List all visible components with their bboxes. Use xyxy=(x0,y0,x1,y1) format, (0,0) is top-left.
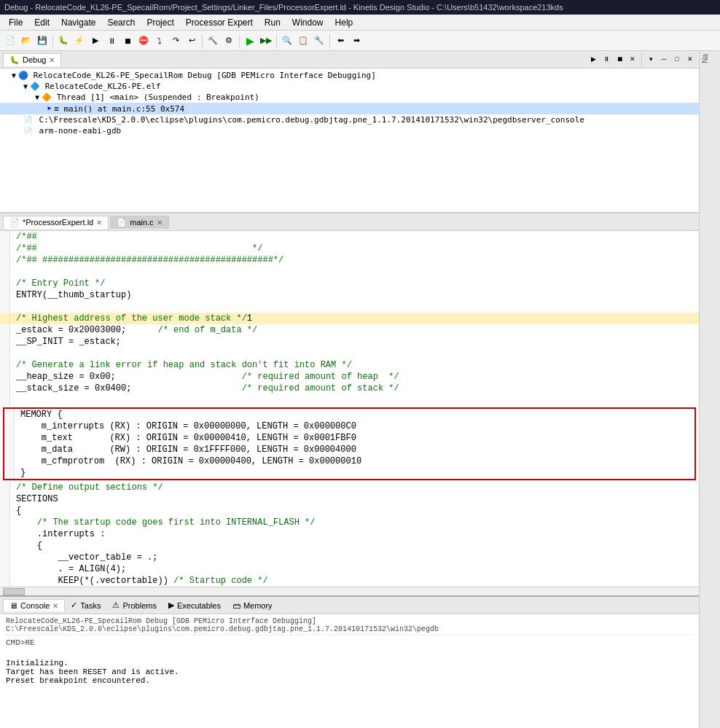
tab-debug[interactable]: 🐛 Debug ✕ xyxy=(3,53,61,66)
pegdb-label: C:\Freescale\KDS_2.0.0\eclipse\plugins\c… xyxy=(34,115,584,125)
tab-problems[interactable]: ⚠ Problems xyxy=(106,599,162,611)
expand-icon-1: ▼ xyxy=(12,71,16,79)
gutter xyxy=(0,371,10,383)
line-content: m_text (RX) : ORIGIN = 0x00000410, LENGT… xyxy=(15,432,694,444)
gutter xyxy=(4,432,15,444)
toolbar-btn-step-out[interactable]: ↩ xyxy=(184,34,199,48)
toolbar-btn-step-over[interactable]: ↷ xyxy=(168,34,183,48)
h-scrollbar[interactable] xyxy=(0,587,699,595)
main-area: 🐛 Debug ✕ ▶ ⏸ ⏹ ✕ ▾ ─ □ ✕ xyxy=(0,51,720,728)
menu-window[interactable]: Window xyxy=(286,16,329,29)
tab-processor-expert-ld[interactable]: 📄 *ProcessorExpert.ld ✕ xyxy=(3,216,109,229)
debug-tree-item-session[interactable]: ▼ 🔵 RelocateCode_KL26-PE_SpecailRom Debu… xyxy=(0,70,699,81)
debug-tab-label: Debug xyxy=(23,55,46,64)
debug-tab-close[interactable]: ✕ xyxy=(49,56,55,64)
na-label[interactable]: Na xyxy=(700,51,711,66)
debug-stop-btn[interactable]: ⏹ xyxy=(614,53,625,65)
menu-bar: File Edit Navigate Search Project Proces… xyxy=(0,15,720,31)
toolbar-extra-1[interactable]: 🔍 xyxy=(280,34,294,48)
line-content: __stack_size = 0x0400; /* required amoun… xyxy=(10,383,699,394)
debug-tree-item-thread[interactable]: ▼ 🔶 Thread [1] <main> (Suspended : Break… xyxy=(0,92,699,103)
line-content xyxy=(10,348,699,359)
gutter xyxy=(0,482,10,493)
tab-main-c[interactable]: 📄 main.c ✕ xyxy=(110,216,168,229)
toolbar-btn-4[interactable]: ⏸ xyxy=(104,34,119,48)
code-editor[interactable]: /*## /*## */ /*## ######################… xyxy=(0,231,699,587)
tab-executables[interactable]: ▶ Executables xyxy=(163,599,227,611)
code-line: /* Generate a link error if heap and sta… xyxy=(0,359,699,371)
sep-d1 xyxy=(641,53,642,66)
menu-help[interactable]: Help xyxy=(329,16,359,29)
menu-processor-expert[interactable]: Processor Expert xyxy=(180,16,259,29)
memory-label: Memory xyxy=(243,601,273,610)
open-button[interactable]: 📂 xyxy=(19,34,34,48)
process-icon-1: 📄 xyxy=(23,116,32,124)
debug-view-actions: ▶ ⏸ ⏹ ✕ ▾ ─ □ ✕ xyxy=(587,53,696,66)
gutter xyxy=(0,278,10,289)
editor-tab-bar: 📄 *ProcessorExpert.ld ✕ 📄 main.c ✕ xyxy=(0,214,699,231)
view-min-btn[interactable]: ─ xyxy=(658,53,670,65)
expand-icon-2: ▼ xyxy=(23,82,28,90)
debug-tree-item-elf[interactable]: ▼ 🔷 RelocateCode_KL26-PE.elf xyxy=(0,81,699,92)
h-scrollbar-thumb[interactable] xyxy=(3,588,25,595)
menu-navigate[interactable]: Navigate xyxy=(55,16,101,29)
gutter xyxy=(0,517,10,528)
toolbar-btn-2[interactable]: ⚡ xyxy=(72,34,87,48)
toolbar-extra-3[interactable]: 🔧 xyxy=(312,34,326,48)
sep3 xyxy=(239,34,240,47)
toolbar-nav-2[interactable]: ➡ xyxy=(349,34,364,48)
code-line xyxy=(0,394,699,406)
menu-file[interactable]: File xyxy=(3,16,28,29)
gutter xyxy=(0,563,10,575)
new-button[interactable]: 📄 xyxy=(3,34,17,48)
menu-project[interactable]: Project xyxy=(141,16,179,29)
toolbar-nav-1[interactable]: ⬅ xyxy=(333,34,348,48)
session-label: RelocateCode_KL26-PE_SpecailRom Debug [G… xyxy=(28,71,376,80)
debug-resume-btn[interactable]: ▶ xyxy=(587,53,599,65)
editor-area: 📄 *ProcessorExpert.ld ✕ 📄 main.c ✕ /*## xyxy=(0,214,699,595)
memory-block: MEMORY { m_interrupts (RX) : ORIGIN = 0x… xyxy=(3,407,696,480)
tab-memory[interactable]: 🗃 Memory xyxy=(227,600,278,611)
console-tab-close[interactable]: ✕ xyxy=(52,602,58,610)
toolbar-btn-disconnect[interactable]: ⛔ xyxy=(136,34,151,48)
code-line: SECTIONS xyxy=(0,493,699,505)
menu-run[interactable]: Run xyxy=(259,16,286,29)
tab-console[interactable]: 🖥 Console ✕ xyxy=(3,599,65,611)
debug-tree-item-pegdb[interactable]: 📄 C:\Freescale\KDS_2.0.0\eclipse\plugins… xyxy=(0,114,699,125)
toolbar-extra-2[interactable]: 📋 xyxy=(296,34,310,48)
line-content: /* The startup code goes first into INTE… xyxy=(10,517,699,528)
executables-label: Executables xyxy=(177,601,221,610)
debug-tree-item-frame[interactable]: ➤ ≡ main() at main.c:55 0x574 xyxy=(0,103,699,114)
main-c-close[interactable]: ✕ xyxy=(157,219,163,227)
view-max-btn[interactable]: □ xyxy=(671,53,683,65)
toolbar-btn-5[interactable]: ⏹ xyxy=(120,34,135,48)
toolbar-btn-3[interactable]: ▶ xyxy=(88,34,103,48)
view-close-btn[interactable]: ✕ xyxy=(684,53,696,65)
debug-disconnect-btn[interactable]: ✕ xyxy=(627,53,638,65)
line-content: { xyxy=(10,540,699,552)
elf-icon: 🔷 xyxy=(30,82,40,91)
tasks-icon: ✓ xyxy=(71,600,77,610)
frame-label: main() at main.c:55 0x574 xyxy=(59,104,184,114)
toolbar-btn-a[interactable]: 🔨 xyxy=(206,34,220,48)
run-btn[interactable]: ▶ xyxy=(243,34,257,48)
session-icon: 🔵 xyxy=(18,71,28,80)
toolbar-btn-step-into[interactable]: ⤵ xyxy=(152,34,167,48)
resume-btn[interactable]: ▶▶ xyxy=(259,34,273,48)
menu-edit[interactable]: Edit xyxy=(28,16,55,29)
debug-tab-bar: 🐛 Debug ✕ ▶ ⏸ ⏹ ✕ ▾ ─ □ ✕ xyxy=(0,51,699,69)
view-menu-btn[interactable]: ▾ xyxy=(645,53,657,65)
save-button[interactable]: 💾 xyxy=(35,34,50,48)
pe-ld-close[interactable]: ✕ xyxy=(96,219,102,227)
toolbar-btn-b[interactable]: ⚙ xyxy=(222,34,236,48)
debug-icon: 🐛 xyxy=(9,55,20,65)
problems-icon: ⚠ xyxy=(112,600,120,610)
tab-tasks[interactable]: ✓ Tasks xyxy=(65,599,106,611)
debug-pause-btn[interactable]: ⏸ xyxy=(600,53,612,65)
debug-tree-item-gdb[interactable]: 📄 arm-none-eabi-gdb xyxy=(0,125,699,136)
menu-search[interactable]: Search xyxy=(101,16,141,29)
pe-ld-icon: 📄 xyxy=(9,218,20,227)
toolbar-1: 📄 📂 💾 🐛 ⚡ ▶ ⏸ ⏹ ⛔ ⤵ ↷ ↩ 🔨 ⚙ ▶ ▶▶ 🔍 📋 🔧 ⬅… xyxy=(0,31,720,51)
line-content: m_cfmprotrom (RX) : ORIGIN = 0x00000400,… xyxy=(15,455,694,467)
debug-button[interactable]: 🐛 xyxy=(56,34,71,48)
